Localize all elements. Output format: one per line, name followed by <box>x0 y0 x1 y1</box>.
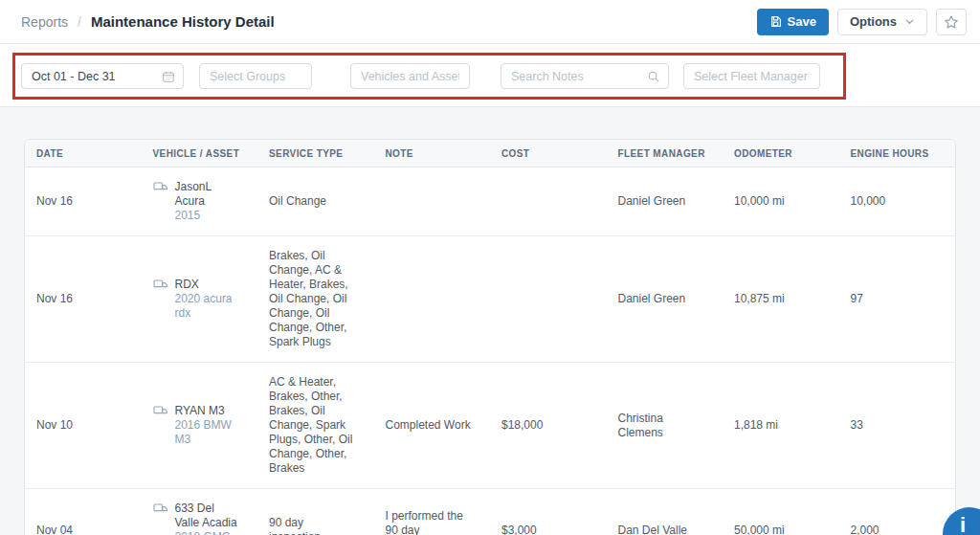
cell-date: Nov 10 <box>25 406 142 445</box>
cell-cost <box>490 189 607 214</box>
top-bar: Reports / Maintenance History Detail Sav… <box>0 0 980 44</box>
truck-icon <box>153 179 168 194</box>
save-button[interactable]: Save <box>757 9 829 35</box>
cell-cost: $3,000 <box>490 511 607 535</box>
vehicle-detail-link[interactable]: 2020 acura rdx <box>175 292 233 320</box>
cell-odometer: 10,000 mi <box>723 182 839 221</box>
column-header-note[interactable]: NOTE <box>374 140 491 167</box>
cell-odometer: 10,875 mi <box>723 279 839 319</box>
cell-vehicle-asset: RYAN M3 2016 BMW M3 <box>142 391 258 459</box>
column-header-date[interactable]: DATE <box>25 140 142 167</box>
cell-service-type: AC & Heater, Brakes, Other, Brakes, Oil … <box>257 363 374 488</box>
cell-fleet-manager: Daniel Green <box>607 182 724 221</box>
page-title: Maintenance History Detail <box>91 13 275 30</box>
vehicle-detail-link[interactable]: 2016 BMW M3 <box>175 418 232 446</box>
table-body: Nov 16 JasonL Acura 2015 Oil Change Dani… <box>25 167 955 535</box>
chevron-down-icon <box>904 16 915 27</box>
truck-icon <box>153 501 168 516</box>
truck-icon <box>153 277 168 292</box>
options-button-label: Options <box>850 14 897 29</box>
cell-note <box>374 189 491 214</box>
cell-engine-hours: 10,000 <box>839 182 956 221</box>
save-button-label: Save <box>788 14 816 29</box>
fleet-manager-filter-input[interactable] <box>683 63 820 89</box>
search-icon <box>647 70 660 83</box>
options-button[interactable]: Options <box>837 9 927 35</box>
cell-note <box>374 287 491 312</box>
cell-fleet-manager: Daniel Green <box>607 279 724 319</box>
cell-engine-hours: 33 <box>839 406 956 445</box>
vehicle-name-link[interactable]: RDX <box>175 278 199 291</box>
filters-row <box>21 63 820 89</box>
cell-service-type: 90 day inspection <box>257 503 374 535</box>
column-header-cost[interactable]: COST <box>490 140 607 167</box>
cell-note: I performed the 90 day inspection <box>374 497 491 535</box>
table-row[interactable]: Nov 10 RYAN M3 2016 BMW M3 AC & Heater, … <box>25 363 955 489</box>
table-row[interactable]: Nov 04 633 Del Valle Acadia 2018 GMC Aca… <box>25 489 955 535</box>
cell-odometer: 1,818 mi <box>723 406 839 445</box>
cell-date: Nov 16 <box>25 182 142 221</box>
cell-fleet-manager: Christina Clemens <box>607 399 724 453</box>
floppy-disk-icon <box>769 15 782 28</box>
star-icon <box>944 14 959 30</box>
breadcrumb: Reports / Maintenance History Detail <box>21 13 275 30</box>
search-notes-input[interactable] <box>511 70 647 83</box>
report-content: DATEVEHICLE / ASSETSERVICE TYPENOTECOSTF… <box>0 107 980 535</box>
breadcrumb-reports-link[interactable]: Reports <box>21 14 68 30</box>
favorite-button[interactable] <box>936 9 967 35</box>
date-range-filter[interactable] <box>21 63 184 89</box>
cell-vehicle-asset: 633 Del Valle Acadia 2018 GMC Acadia <box>142 489 258 535</box>
column-header-service-type[interactable]: SERVICE TYPE <box>257 140 374 167</box>
cell-service-type: Oil Change <box>257 182 374 221</box>
vehicle-name-link[interactable]: RYAN M3 <box>175 404 225 417</box>
cell-service-type: Brakes, Oil Change, AC & Heater, Brakes,… <box>257 236 374 362</box>
column-header-engine-hours[interactable]: ENGINE HOURS <box>839 140 956 167</box>
table-row[interactable]: Nov 16 JasonL Acura 2015 Oil Change Dani… <box>25 167 955 236</box>
vehicle-name-link[interactable]: 633 Del Valle Acadia <box>175 502 237 529</box>
column-header-odometer[interactable]: ODOMETER <box>723 140 839 167</box>
cell-cost: $18,000 <box>490 406 607 445</box>
vehicles-assets-filter-input[interactable] <box>350 63 470 89</box>
info-icon: i <box>960 513 966 535</box>
vehicle-detail-link[interactable]: 2015 <box>175 209 201 222</box>
cell-date: Nov 04 <box>25 511 142 535</box>
column-header-vehicle-asset[interactable]: VEHICLE / ASSET <box>142 140 258 167</box>
cell-engine-hours: 2,000 <box>839 511 956 535</box>
truck-icon <box>153 403 168 418</box>
search-notes-filter[interactable] <box>501 63 669 89</box>
cell-vehicle-asset: RDX 2020 acura rdx <box>142 265 258 333</box>
cell-cost <box>490 287 607 312</box>
date-range-input[interactable] <box>32 70 162 83</box>
vehicle-name-link[interactable]: JasonL Acura <box>175 180 212 208</box>
toolbar-actions: Save Options <box>757 9 967 35</box>
maintenance-history-table: DATEVEHICLE / ASSETSERVICE TYPENOTECOSTF… <box>24 139 956 535</box>
cell-odometer: 50,000 mi <box>723 511 839 535</box>
cell-engine-hours: 97 <box>839 279 956 319</box>
table-header-row: DATEVEHICLE / ASSETSERVICE TYPENOTECOSTF… <box>25 140 955 167</box>
table-row[interactable]: Nov 16 RDX 2020 acura rdx Brakes, Oil Ch… <box>25 236 955 363</box>
cell-vehicle-asset: JasonL Acura 2015 <box>142 167 258 235</box>
cell-fleet-manager: Dan Del Valle <box>607 511 724 535</box>
cell-note: Completed Work <box>374 406 491 445</box>
groups-filter-input[interactable] <box>199 63 312 89</box>
breadcrumb-separator: / <box>78 14 81 30</box>
calendar-icon <box>162 70 175 83</box>
filter-bar <box>0 44 980 107</box>
vehicle-detail-link[interactable]: 2018 GMC Acadia <box>175 530 231 535</box>
column-header-fleet-manager[interactable]: FLEET MANAGER <box>607 140 724 167</box>
cell-date: Nov 16 <box>25 279 142 319</box>
